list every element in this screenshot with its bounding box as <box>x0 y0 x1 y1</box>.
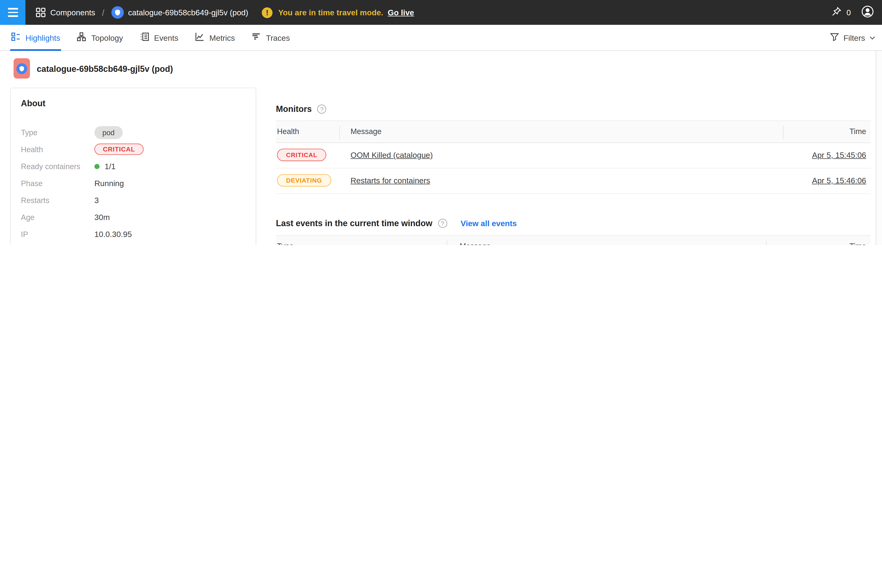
monitors-title: Monitors <box>276 104 312 114</box>
tab-events[interactable]: Events <box>139 24 179 50</box>
hamburger-menu-button[interactable] <box>0 0 26 25</box>
events-title: Last events in the current time window <box>276 218 432 228</box>
monitor-message-link[interactable]: Restarts for containers <box>351 176 430 185</box>
field-label: Ready containers <box>21 162 94 171</box>
topbar-right: 0 <box>831 5 874 20</box>
events-icon <box>140 32 149 43</box>
main-content: catalogue-69b58cb649-gjl5v (pod) About T… <box>0 51 882 245</box>
tab-label: Topology <box>92 33 123 42</box>
page-title: catalogue-69b58cb649-gjl5v (pod) <box>37 64 173 73</box>
field-label: Restarts <box>21 196 94 204</box>
field-label: Phase <box>21 179 94 188</box>
user-avatar-icon[interactable] <box>861 5 874 20</box>
about-title: About <box>21 99 246 108</box>
field-value: 10.0.30.95 <box>94 230 132 238</box>
app-window: Components / catalogue-69b58cb649-gjl5v … <box>0 0 882 245</box>
field-value: 3 <box>94 195 99 204</box>
col-time: Time <box>849 127 866 136</box>
col-time: Time <box>849 242 866 245</box>
tab-highlights[interactable]: Highlights <box>10 24 61 50</box>
top-bar: Components / catalogue-69b58cb649-gjl5v … <box>0 0 882 25</box>
pin-icon[interactable] <box>831 6 842 19</box>
breadcrumb-entity[interactable]: catalogue-69b58cb649-gjl5v (pod) <box>128 8 248 17</box>
field-label: Health <box>21 145 94 154</box>
breadcrumb-separator: / <box>102 8 104 17</box>
field-value: 1/1 <box>94 162 116 171</box>
monitor-message-link[interactable]: OOM Killed (catalogue) <box>351 150 433 159</box>
monitor-time-link[interactable]: Apr 5, 15:46:06 <box>812 176 866 185</box>
field-label: Age <box>21 213 94 222</box>
components-grid-icon <box>36 7 46 17</box>
tab-metrics[interactable]: Metrics <box>194 24 236 50</box>
col-type: Type <box>277 242 294 245</box>
view-all-events-link[interactable]: View all events <box>460 219 517 228</box>
about-field-row: IP 10.0.30.95 <box>21 226 246 243</box>
topology-icon <box>77 32 86 43</box>
field-label: Type <box>21 128 94 136</box>
about-field-row: Restarts 3 <box>21 192 246 209</box>
field-label: IP <box>21 230 94 238</box>
events-table-header: Type Message Time <box>276 235 871 245</box>
col-message: Message <box>460 242 490 245</box>
tab-label: Highlights <box>26 33 60 42</box>
col-message: Message <box>351 127 381 136</box>
monitors-header: Monitors ? <box>276 104 326 114</box>
field-value: Running <box>94 178 124 188</box>
highlights-icon <box>11 32 20 43</box>
col-health: Health <box>277 127 299 136</box>
page-header: catalogue-69b58cb649-gjl5v (pod) <box>14 58 173 78</box>
monitor-status-badge: CRITICAL <box>277 148 327 161</box>
help-icon[interactable]: ? <box>438 219 447 228</box>
tab-label: Metrics <box>209 33 235 42</box>
metrics-icon <box>195 32 204 43</box>
about-field-row: Age 30m <box>21 209 246 226</box>
about-field-row: Health CRITICAL <box>21 141 246 158</box>
about-field-row: Ready containers 1/1 <box>21 158 246 175</box>
monitors-table: Health Message Time CRITICAL OOM Killed … <box>276 120 871 194</box>
about-field-row: Phase Running <box>21 175 246 192</box>
pod-badge-icon <box>111 6 124 19</box>
monitor-status-badge: DEVIATING <box>277 174 331 187</box>
about-field-row: Type pod <box>21 124 246 141</box>
pod-component-icon <box>14 58 30 78</box>
field-value: pod <box>94 126 123 139</box>
go-live-link[interactable]: Go live <box>388 8 414 17</box>
tab-topology[interactable]: Topology <box>76 24 124 50</box>
tab-bar: Highlights Topology Events <box>0 25 882 51</box>
monitors-rows: CRITICAL OOM Killed (catalogue) Apr 5, 1… <box>276 143 871 194</box>
time-travel-warning-text: You are in time travel mode. <box>278 8 383 17</box>
events-table: Type Message Time Killing Stopping conta… <box>276 235 871 245</box>
events-header: Last events in the current time window ?… <box>276 218 517 228</box>
about-fields: Type pod Health CRITICAL Ready container… <box>21 124 246 245</box>
help-icon[interactable]: ? <box>317 104 326 113</box>
field-value: CRITICAL <box>94 144 144 155</box>
pin-count: 0 <box>846 8 851 17</box>
breadcrumb-section[interactable]: Components <box>50 8 95 17</box>
monitors-table-header: Health Message Time <box>276 120 871 143</box>
traces-icon <box>252 32 261 43</box>
filter-funnel-icon <box>830 33 839 43</box>
time-travel-warning: ! You are in time travel mode. Go live <box>262 7 414 18</box>
about-card: About Type pod Health CRITICAL Ready con… <box>10 88 256 245</box>
tab-label: Traces <box>266 33 290 42</box>
filters-button[interactable]: Filters <box>830 33 875 43</box>
monitor-time-link[interactable]: Apr 5, 15:45:06 <box>812 150 866 159</box>
warning-icon: ! <box>262 7 273 18</box>
tab-label: Events <box>154 33 178 42</box>
field-value: 30m <box>94 213 110 222</box>
chevron-down-icon <box>870 36 875 39</box>
collapsed-side-panel <box>876 51 882 245</box>
tab-traces[interactable]: Traces <box>250 24 291 50</box>
about-field-row: Node ip-10-0-21-204.eu-w...1.compute.int… <box>21 243 246 245</box>
filters-label: Filters <box>844 33 865 42</box>
monitor-row: CRITICAL OOM Killed (catalogue) Apr 5, 1… <box>276 143 871 168</box>
monitor-row: DEVIATING Restarts for containers Apr 5,… <box>276 168 871 194</box>
